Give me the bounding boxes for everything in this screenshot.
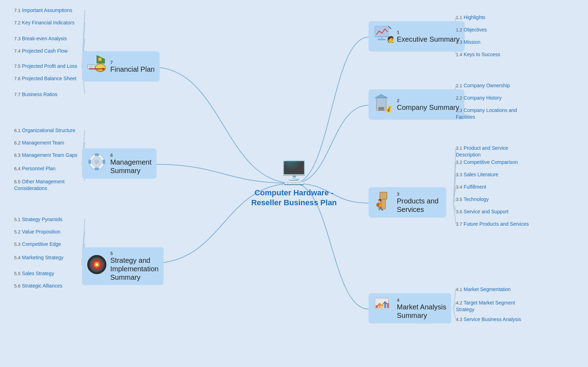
- sub-text-1-4: Keys to Success: [464, 52, 500, 57]
- svg-line-8: [453, 162, 456, 203]
- svg-line-15: [453, 302, 456, 309]
- svg-line-40: [388, 26, 391, 29]
- topic-box-management-summary[interactable]: 6ManagementSummary: [82, 148, 157, 179]
- sub-text-5-1: Strategy Pyramids: [22, 217, 62, 222]
- sub-item-6-2: 6.2Management Team: [14, 140, 64, 146]
- sub-text-6-3: Management Team Gaps: [22, 152, 77, 158]
- sub-item-3-2: 3.2Competitive Comparison: [456, 159, 518, 166]
- sub-num-2-3: 2.3: [456, 108, 462, 113]
- financial-plan-icon: [87, 55, 107, 78]
- sub-num-7-3: 7.3: [14, 36, 20, 41]
- sub-item-4-2: 4.2Target Market SegmentStrategy: [456, 300, 515, 313]
- svg-line-12: [453, 203, 456, 211]
- sub-text-3-1: Product and ServiceDescription: [456, 145, 508, 158]
- management-summary-title: ManagementSummary: [110, 158, 152, 175]
- executive-summary-icon: 🧑: [374, 25, 393, 48]
- sub-text-7-4: Projected Cash Flow: [22, 48, 67, 54]
- sub-num-6-4: 6.4: [14, 166, 20, 171]
- sub-text-3-5: Technology: [464, 196, 489, 202]
- svg-rect-57: [384, 302, 386, 308]
- svg-marker-62: [98, 58, 102, 61]
- products-services-number: 3: [397, 191, 439, 197]
- sub-num-3-7: 3.7: [456, 221, 462, 227]
- sub-text-1-2: Objectives: [464, 27, 487, 32]
- svg-point-69: [95, 160, 99, 164]
- sub-text-7-7: Business Ratios: [22, 91, 57, 97]
- sub-text-3-2: Competitive Comparison: [464, 159, 518, 165]
- svg-rect-35: [375, 26, 388, 37]
- sub-item-3-5: 3.5Technology: [456, 196, 489, 203]
- svg-text:🚶: 🚶: [374, 199, 388, 211]
- svg-rect-60: [89, 65, 93, 68]
- sub-item-5-3: 5.3Competitive Edge: [14, 241, 61, 248]
- sub-num-3-6: 3.6: [456, 209, 462, 214]
- sub-num-7-4: 7.4: [14, 48, 20, 54]
- sub-num-5-4: 5.4: [14, 255, 20, 260]
- sub-text-5-2: Value Proposition: [22, 229, 60, 235]
- products-services-title: Products andServices: [397, 197, 439, 214]
- sub-num-3-4: 3.4: [456, 184, 462, 190]
- company-summary-title: Company Summary: [397, 103, 459, 112]
- sub-text-5-6: Strategic Alliances: [22, 283, 62, 289]
- sub-num-3-1: 3.1: [456, 146, 462, 151]
- svg-rect-56: [381, 304, 383, 308]
- company-summary-number: 2: [397, 98, 459, 103]
- svg-rect-54: [376, 305, 378, 308]
- sub-item-1-3: 1.3Mission: [456, 39, 481, 46]
- sub-num-1-4: 1.4: [456, 52, 462, 57]
- sub-item-3-1: 3.1Product and ServiceDescription: [456, 145, 508, 158]
- market-analysis-number: 4: [397, 297, 446, 303]
- svg-text:💰: 💰: [385, 105, 393, 113]
- sub-item-7-2: 7.2Key Financial Indicators: [14, 19, 75, 26]
- financial-plan-number: 7: [110, 60, 155, 65]
- sub-item-3-3: 3.3Sales Literature: [456, 171, 498, 178]
- sub-item-5-1: 5.1Strategy Pyramids: [14, 216, 62, 223]
- sub-num-6-3: 6.3: [14, 153, 20, 158]
- topic-box-executive-summary[interactable]: 🧑1Executive Summary: [369, 21, 465, 52]
- sub-text-5-5: Sales Strategy: [22, 271, 54, 276]
- sub-text-3-3: Sales Literature: [464, 172, 498, 177]
- sub-item-6-1: 6.1Organizational Structure: [14, 127, 75, 134]
- svg-rect-46: [378, 107, 384, 111]
- svg-line-13: [453, 203, 456, 224]
- topic-box-market-analysis[interactable]: 4Market AnalysisSummary: [369, 293, 451, 324]
- products-services-icon: 🚶: [374, 191, 393, 214]
- sub-text-1-3: Mission: [464, 39, 480, 45]
- svg-rect-72: [88, 160, 91, 164]
- sub-item-2-2: 2.2Company History: [456, 95, 501, 101]
- sub-item-4-1: 4.1Market Segmentation: [456, 286, 511, 293]
- sub-item-5-2: 5.2Value Proposition: [14, 229, 60, 235]
- sub-num-7-1: 7.1: [14, 8, 20, 13]
- topic-box-strategy-implementation[interactable]: 5Strategy andImplementationSummary: [82, 247, 164, 285]
- sub-num-1-2: 1.2: [456, 27, 462, 32]
- computer-icon: 🖥️: [251, 159, 337, 185]
- svg-rect-55: [378, 303, 381, 308]
- sub-num-1-1: 1.1: [456, 15, 462, 20]
- sub-num-2-2: 2.2: [456, 95, 462, 101]
- topic-box-products-services[interactable]: 🚶3Products andServices: [369, 187, 446, 218]
- sub-text-6-4: Personnel Plan: [22, 166, 55, 171]
- topic-box-company-summary[interactable]: 💰2Company Summary: [369, 89, 464, 120]
- sub-num-5-1: 5.1: [14, 217, 20, 222]
- sub-item-5-4: 5.4Marketing Strategy: [14, 254, 64, 261]
- sub-item-1-4: 1.4Keys to Success: [456, 51, 500, 58]
- company-summary-icon: 💰: [374, 93, 393, 116]
- svg-line-7: [453, 148, 456, 203]
- sub-num-4-2: 4.2: [456, 300, 462, 306]
- sub-num-1-3: 1.3: [456, 40, 462, 45]
- sub-item-3-6: 3.6Service and Support: [456, 208, 508, 215]
- sub-num-6-5: 6.5: [14, 179, 20, 184]
- sub-num-7-6: 7.6: [14, 76, 20, 81]
- sub-num-4-1: 4.1: [456, 287, 462, 292]
- topic-box-financial-plan[interactable]: 7Financial Plan: [82, 51, 160, 82]
- sub-num-3-3: 3.3: [456, 172, 462, 177]
- sub-text-6-2: Management Team: [22, 140, 64, 146]
- sub-text-1-1: Highlights: [464, 14, 485, 20]
- sub-text-5-4: Marketing Strategy: [22, 255, 64, 260]
- strategy-implementation-title: Strategy andImplementationSummary: [110, 256, 159, 282]
- sub-num-5-2: 5.2: [14, 229, 20, 235]
- svg-point-64: [95, 64, 105, 71]
- svg-rect-38: [378, 39, 386, 40]
- sub-item-7-6: 7.6Projected Balance Sheet: [14, 75, 76, 82]
- sub-item-6-4: 6.4Personnel Plan: [14, 165, 55, 172]
